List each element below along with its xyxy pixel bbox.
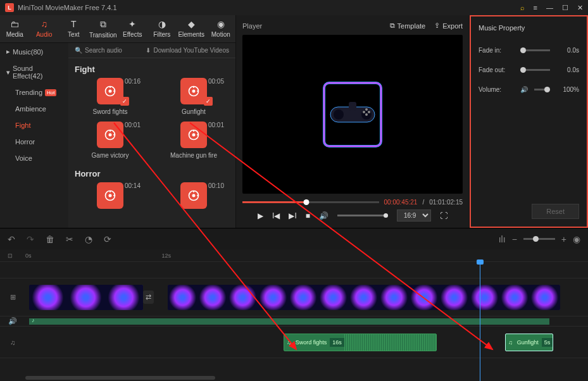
prev-frame-button[interactable]: I◀ [272, 211, 280, 220]
category-ambience[interactable]: Ambience [0, 101, 68, 117]
video-clip[interactable] [29, 285, 143, 310]
audio-item-machine-gun[interactable]: 00:01 Machine gun fire [158, 122, 229, 163]
category-voice[interactable]: Voice [0, 150, 68, 166]
stop-button[interactable]: ■ [306, 211, 310, 220]
hot-badge: Hot [45, 89, 56, 96]
undo-button[interactable]: ↶ [8, 234, 15, 244]
section-fight-title: Fight [75, 65, 229, 74]
category-sound-effect[interactable]: ▾ Sound Effect(42) [0, 60, 68, 84]
timeline-ruler[interactable]: ⊡ 0s 12s [0, 249, 588, 262]
play-button[interactable]: ▶ [258, 211, 263, 220]
timeline-mode-icon[interactable]: ⊡ [8, 253, 13, 259]
fade-in-value: 0.0s [556, 47, 579, 54]
tab-audio[interactable]: ♫Audio [30, 19, 59, 39]
svg-point-1 [109, 90, 111, 92]
close-icon[interactable]: ✕ [577, 4, 583, 12]
fit-button[interactable]: ◉ [573, 234, 580, 244]
tab-effects[interactable]: ✦Effects [118, 19, 147, 39]
video-track-icon[interactable]: ⊞ [0, 293, 25, 301]
audio-item[interactable]: 00:14 [75, 182, 146, 209]
template-icon: ⧉ [390, 22, 395, 30]
audio-item-game-victory[interactable]: 00:01 Game victory [75, 122, 146, 163]
volume-prop-slider[interactable] [534, 89, 550, 91]
export-icon: ⇪ [434, 22, 440, 30]
audio-settings-icon[interactable]: ılı [499, 234, 506, 244]
horizontal-scrollbar[interactable] [25, 376, 215, 380]
zoom-in-button[interactable]: + [561, 234, 566, 244]
template-button[interactable]: ⧉Template [390, 22, 426, 30]
video-track[interactable]: ⇄ [25, 278, 588, 316]
audio-item[interactable]: 00:10 [158, 182, 229, 209]
search-audio-button[interactable]: 🔍Search audio [75, 47, 122, 54]
redo-button[interactable]: ↷ [27, 234, 34, 244]
audio-disc-icon [180, 182, 207, 209]
export-button[interactable]: ⇪Export [434, 22, 463, 30]
tab-elements[interactable]: ◆Elements [177, 19, 206, 39]
zoom-out-button[interactable]: − [512, 234, 517, 244]
crop-button[interactable]: ⟳ [104, 234, 111, 244]
fade-in-label: Fade in: [479, 47, 514, 54]
playhead[interactable] [480, 262, 480, 381]
tab-motion[interactable]: ◉Motion [206, 19, 236, 39]
volume-slider[interactable] [337, 215, 388, 216]
total-time: 01:01:02:15 [429, 199, 463, 206]
aspect-ratio-select[interactable]: 16:9 [397, 209, 431, 222]
video-preview[interactable] [242, 35, 463, 194]
audio-disc-icon [180, 122, 207, 148]
music-track[interactable]: ♫ Sword fights 16s ♫ Gunfight 5s [25, 327, 588, 358]
audio-strip-icon: 🔊 [0, 317, 25, 325]
progress-bar[interactable] [242, 201, 379, 203]
fade-out-slider[interactable] [520, 69, 550, 71]
music-clip-gunfight[interactable]: ♫ Gunfight 5s [505, 334, 553, 351]
audio-item-sword-fights[interactable]: 00:16 ✓ Sword fights [75, 78, 146, 119]
svg-point-21 [365, 113, 368, 116]
svg-rect-17 [349, 102, 356, 111]
maximize-icon[interactable]: ☐ [562, 4, 568, 12]
video-clip[interactable] [168, 285, 560, 310]
audio-disc-icon [180, 78, 207, 104]
license-key-icon[interactable]: ⌕ [520, 4, 525, 11]
next-frame-button[interactable]: ▶I [289, 211, 296, 220]
music-clip-sword-fights[interactable]: ♫ Sword fights 16s [284, 334, 437, 351]
svg-point-7 [192, 134, 194, 135]
music-track-icon[interactable]: ♫ [0, 339, 25, 346]
music-note-icon: ♫ [41, 19, 48, 29]
delete-button[interactable]: 🗑 [46, 234, 54, 244]
tab-text[interactable]: TText [59, 19, 89, 39]
audio-item-gunfight[interactable]: 00:05 ✓ Gunfight [158, 78, 229, 119]
fullscreen-icon[interactable]: ⛶ [440, 211, 447, 220]
audio-category-sidebar: ▸ Music(80) ▾ Sound Effect(42) Trending … [0, 43, 68, 228]
current-time: 00:00:45:21 [384, 199, 418, 206]
cut-button[interactable]: ✂ [66, 234, 73, 244]
overlay-track[interactable] [25, 262, 588, 278]
property-title: Music Property [479, 24, 579, 32]
reset-button[interactable]: Reset [532, 204, 579, 219]
category-fight[interactable]: Fight [0, 117, 68, 134]
check-icon: ✓ [204, 97, 213, 106]
speaker-icon[interactable]: 🔊 [520, 86, 528, 93]
motion-icon: ◉ [217, 19, 225, 29]
menu-icon[interactable]: ≡ [534, 4, 537, 11]
library-tabs: 🗀Media ♫Audio TText ⧉Transition ✦Effects… [0, 15, 235, 43]
player-label: Player [242, 22, 262, 30]
minimize-icon[interactable]: — [546, 4, 553, 11]
tab-media[interactable]: 🗀Media [0, 19, 30, 39]
audio-disc-icon [97, 78, 123, 104]
linked-audio-strip[interactable] [29, 318, 549, 325]
tab-transition[interactable]: ⧉Transition [89, 19, 118, 39]
download-youtube-button[interactable]: ⬇Download YouTube Videos [146, 47, 229, 54]
timeline: ⊡ 0s 12s ⊞ ⇄ 🔊 ♫ [0, 249, 588, 381]
volume-icon[interactable]: 🔊 [319, 211, 328, 220]
category-horror[interactable]: Horror [0, 134, 68, 150]
category-music[interactable]: ▸ Music(80) [0, 43, 68, 60]
download-icon: ⬇ [146, 47, 151, 54]
fade-in-slider[interactable] [520, 49, 550, 51]
tab-filters[interactable]: ◑Filters [147, 19, 177, 39]
speed-button[interactable]: ◔ [85, 234, 92, 244]
swap-clips-icon[interactable]: ⇄ [143, 290, 154, 304]
zoom-slider[interactable] [523, 238, 555, 240]
app-logo-icon: L [5, 3, 14, 12]
category-trending[interactable]: Trending Hot [0, 84, 68, 101]
svg-point-9 [109, 194, 111, 196]
svg-point-5 [109, 134, 111, 135]
